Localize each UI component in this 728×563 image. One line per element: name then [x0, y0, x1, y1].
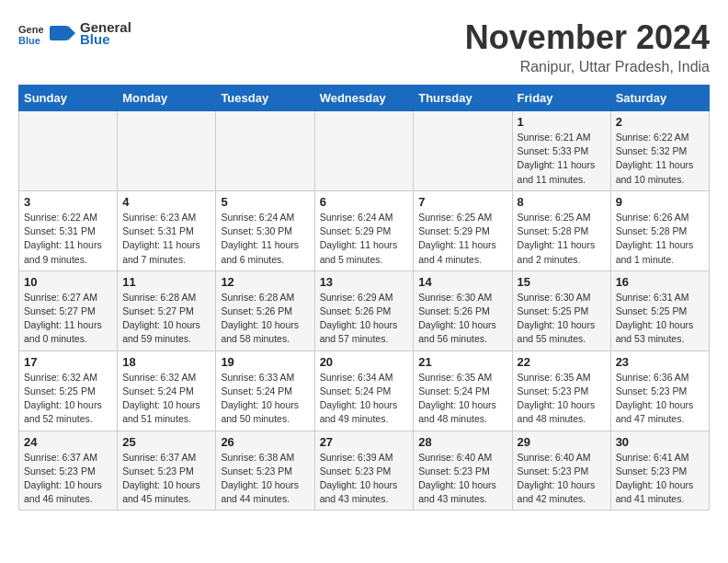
week-row-4: 17Sunrise: 6:32 AM Sunset: 5:25 PM Dayli… [19, 350, 710, 431]
day-number: 1 [518, 115, 606, 129]
day-number: 21 [418, 355, 506, 369]
day-cell [216, 111, 314, 191]
day-cell: 12Sunrise: 6:28 AM Sunset: 5:26 PM Dayli… [216, 270, 314, 350]
day-info: Sunrise: 6:27 AM Sunset: 5:27 PM Dayligh… [24, 291, 112, 347]
weekday-header-sunday: Sunday [19, 86, 118, 111]
day-cell: 17Sunrise: 6:32 AM Sunset: 5:25 PM Dayli… [19, 350, 118, 431]
day-number: 23 [616, 355, 704, 369]
weekday-header-wednesday: Wednesday [314, 86, 414, 111]
day-info: Sunrise: 6:35 AM Sunset: 5:24 PM Dayligh… [418, 371, 506, 427]
day-number: 29 [518, 435, 606, 449]
day-cell: 11Sunrise: 6:28 AM Sunset: 5:27 PM Dayli… [118, 270, 216, 350]
day-cell: 19Sunrise: 6:33 AM Sunset: 5:24 PM Dayli… [216, 350, 314, 431]
day-number: 8 [518, 195, 606, 209]
svg-rect-2 [50, 26, 68, 40]
day-cell: 3Sunrise: 6:22 AM Sunset: 5:31 PM Daylig… [19, 190, 118, 270]
week-row-1: 1Sunrise: 6:21 AM Sunset: 5:33 PM Daylig… [19, 111, 710, 191]
day-number: 24 [24, 435, 112, 449]
day-number: 5 [221, 195, 309, 209]
day-info: Sunrise: 6:40 AM Sunset: 5:23 PM Dayligh… [518, 451, 606, 507]
day-cell: 6Sunrise: 6:24 AM Sunset: 5:29 PM Daylig… [314, 190, 414, 270]
weekday-header-row: SundayMondayTuesdayWednesdayThursdayFrid… [19, 86, 710, 111]
title-area: November 2024 Ranipur, Uttar Pradesh, In… [465, 18, 710, 75]
day-cell: 14Sunrise: 6:30 AM Sunset: 5:26 PM Dayli… [414, 270, 512, 350]
day-info: Sunrise: 6:29 AM Sunset: 5:26 PM Dayligh… [320, 291, 409, 347]
weekday-header-saturday: Saturday [610, 86, 709, 111]
day-number: 20 [320, 355, 409, 369]
day-info: Sunrise: 6:22 AM Sunset: 5:31 PM Dayligh… [24, 211, 112, 267]
day-info: Sunrise: 6:25 AM Sunset: 5:28 PM Dayligh… [518, 211, 606, 267]
day-info: Sunrise: 6:38 AM Sunset: 5:23 PM Dayligh… [221, 451, 309, 507]
day-info: Sunrise: 6:32 AM Sunset: 5:24 PM Dayligh… [122, 371, 210, 427]
day-cell: 24Sunrise: 6:37 AM Sunset: 5:23 PM Dayli… [19, 431, 118, 511]
day-cell: 4Sunrise: 6:23 AM Sunset: 5:31 PM Daylig… [118, 190, 216, 270]
day-info: Sunrise: 6:37 AM Sunset: 5:23 PM Dayligh… [122, 451, 210, 507]
day-cell: 15Sunrise: 6:30 AM Sunset: 5:25 PM Dayli… [512, 270, 610, 350]
day-cell: 1Sunrise: 6:21 AM Sunset: 5:33 PM Daylig… [512, 111, 610, 191]
day-number: 13 [320, 275, 409, 289]
day-info: Sunrise: 6:36 AM Sunset: 5:23 PM Dayligh… [616, 371, 704, 427]
day-number: 25 [122, 435, 210, 449]
day-cell: 16Sunrise: 6:31 AM Sunset: 5:25 PM Dayli… [610, 270, 709, 350]
day-number: 17 [24, 355, 112, 369]
day-info: Sunrise: 6:23 AM Sunset: 5:31 PM Dayligh… [122, 211, 210, 267]
day-cell [118, 111, 216, 191]
day-info: Sunrise: 6:35 AM Sunset: 5:23 PM Dayligh… [518, 371, 606, 427]
day-cell: 20Sunrise: 6:34 AM Sunset: 5:24 PM Dayli… [314, 350, 414, 431]
day-cell: 7Sunrise: 6:25 AM Sunset: 5:29 PM Daylig… [414, 190, 512, 270]
location: Ranipur, Uttar Pradesh, India [465, 59, 710, 75]
day-number: 6 [320, 195, 409, 209]
day-cell: 26Sunrise: 6:38 AM Sunset: 5:23 PM Dayli… [216, 431, 314, 511]
day-cell: 10Sunrise: 6:27 AM Sunset: 5:27 PM Dayli… [19, 270, 118, 350]
day-number: 11 [122, 275, 210, 289]
day-cell: 5Sunrise: 6:24 AM Sunset: 5:30 PM Daylig… [216, 190, 314, 270]
day-info: Sunrise: 6:33 AM Sunset: 5:24 PM Dayligh… [221, 371, 309, 427]
day-info: Sunrise: 6:21 AM Sunset: 5:33 PM Dayligh… [518, 131, 606, 187]
day-info: Sunrise: 6:24 AM Sunset: 5:30 PM Dayligh… [221, 211, 309, 267]
day-cell: 29Sunrise: 6:40 AM Sunset: 5:23 PM Dayli… [512, 431, 610, 511]
day-number: 15 [518, 275, 606, 289]
day-number: 14 [418, 275, 506, 289]
week-row-5: 24Sunrise: 6:37 AM Sunset: 5:23 PM Dayli… [19, 431, 710, 511]
day-number: 30 [616, 435, 704, 449]
day-number: 22 [518, 355, 606, 369]
day-cell: 13Sunrise: 6:29 AM Sunset: 5:26 PM Dayli… [314, 270, 414, 350]
day-info: Sunrise: 6:40 AM Sunset: 5:23 PM Dayligh… [418, 451, 506, 507]
day-number: 4 [122, 195, 210, 209]
logo-icon: General Blue [18, 20, 44, 46]
svg-text:Blue: Blue [18, 35, 40, 46]
day-number: 7 [418, 195, 506, 209]
day-cell: 23Sunrise: 6:36 AM Sunset: 5:23 PM Dayli… [610, 350, 709, 431]
weekday-header-monday: Monday [118, 86, 216, 111]
month-title: November 2024 [465, 18, 710, 57]
svg-marker-3 [68, 26, 75, 40]
day-number: 27 [320, 435, 409, 449]
day-info: Sunrise: 6:24 AM Sunset: 5:29 PM Dayligh… [320, 211, 409, 267]
day-info: Sunrise: 6:37 AM Sunset: 5:23 PM Dayligh… [24, 451, 112, 507]
day-number: 28 [418, 435, 506, 449]
day-info: Sunrise: 6:28 AM Sunset: 5:27 PM Dayligh… [122, 291, 210, 347]
day-info: Sunrise: 6:32 AM Sunset: 5:25 PM Dayligh… [24, 371, 112, 427]
svg-text:General: General [18, 24, 44, 35]
day-cell: 22Sunrise: 6:35 AM Sunset: 5:23 PM Dayli… [512, 350, 610, 431]
weekday-header-friday: Friday [512, 86, 610, 111]
day-number: 9 [616, 195, 704, 209]
day-cell [414, 111, 512, 191]
day-cell: 18Sunrise: 6:32 AM Sunset: 5:24 PM Dayli… [118, 350, 216, 431]
day-number: 26 [221, 435, 309, 449]
day-cell: 21Sunrise: 6:35 AM Sunset: 5:24 PM Dayli… [414, 350, 512, 431]
day-number: 2 [616, 115, 704, 129]
weekday-header-tuesday: Tuesday [216, 86, 314, 111]
day-info: Sunrise: 6:28 AM Sunset: 5:26 PM Dayligh… [221, 291, 309, 347]
logo-graphic [48, 18, 77, 48]
day-info: Sunrise: 6:31 AM Sunset: 5:25 PM Dayligh… [616, 291, 704, 347]
day-cell: 25Sunrise: 6:37 AM Sunset: 5:23 PM Dayli… [118, 431, 216, 511]
day-cell: 28Sunrise: 6:40 AM Sunset: 5:23 PM Dayli… [414, 431, 512, 511]
day-number: 12 [221, 275, 309, 289]
logo: General Blue General Blue [18, 18, 131, 48]
week-row-3: 10Sunrise: 6:27 AM Sunset: 5:27 PM Dayli… [19, 270, 710, 350]
day-cell: 30Sunrise: 6:41 AM Sunset: 5:23 PM Dayli… [610, 431, 709, 511]
day-info: Sunrise: 6:25 AM Sunset: 5:29 PM Dayligh… [418, 211, 506, 267]
day-cell: 2Sunrise: 6:22 AM Sunset: 5:32 PM Daylig… [610, 111, 709, 191]
day-info: Sunrise: 6:41 AM Sunset: 5:23 PM Dayligh… [616, 451, 704, 507]
